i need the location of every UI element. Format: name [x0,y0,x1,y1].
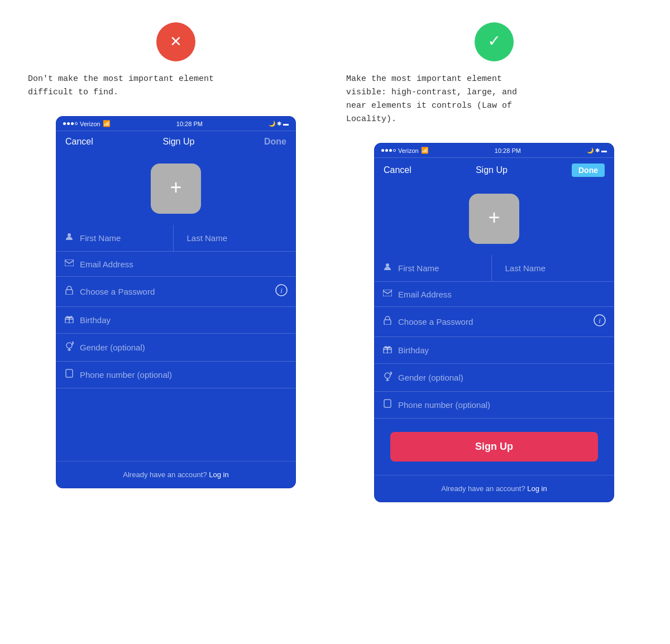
bad-already-text: Already have an account? [123,470,209,479]
good-wifi-icon: 📶 [421,147,429,154]
bad-envelope-icon [64,259,74,269]
good-description: Make the most important elementvisible: … [346,73,517,126]
good-lastname-field[interactable]: Last Name [497,256,614,280]
svg-rect-2 [66,290,73,295]
bad-cancel-button[interactable]: Cancel [65,137,93,147]
bad-photo-placeholder[interactable]: + [151,164,201,214]
good-email-placeholder: Email Address [398,290,452,299]
good-firstname-placeholder: First Name [398,263,439,273]
bad-form: First Name Last Name Email Address [56,225,295,388]
bad-lock-icon [64,286,74,297]
good-password-row[interactable]: Choose a Password i [375,307,614,337]
bad-empty-body [56,388,295,461]
bad-password-placeholder: Choose a Password [80,287,155,296]
good-done-button[interactable]: Done [572,164,605,177]
good-gift-icon [382,344,393,356]
good-login-link[interactable]: Log in [527,484,547,493]
bad-bluetooth-icon: ✱ [277,121,281,127]
good-plus-icon: + [488,208,500,230]
bad-gender-row[interactable]: Gender (optional) [56,334,295,362]
good-photo-placeholder[interactable]: + [469,194,519,244]
dot2 [67,122,70,125]
svg-point-0 [68,233,71,237]
good-signal-dots [381,149,396,152]
good-cancel-button[interactable]: Cancel [384,165,411,175]
bad-phone-row[interactable]: Phone number (optional) [56,362,295,388]
bad-plus-icon: + [170,177,182,200]
good-birthday-row[interactable]: Birthday [375,337,614,364]
bad-lastname-placeholder: Last Name [187,233,228,243]
bad-lastname-field[interactable]: Last Name [179,226,296,250]
good-phone-placeholder: Phone number (optional) [398,400,490,410]
svg-point-6 [66,343,72,348]
bad-done-button[interactable]: Done [264,137,286,147]
svg-text:i: i [280,286,283,295]
bad-battery-icon: ▬ [283,121,289,127]
bad-birthday-row[interactable]: Birthday [56,307,295,334]
good-gender-placeholder: Gender (optional) [398,373,463,382]
good-bluetooth-icon: ✱ [595,147,600,153]
good-photo-area: + [375,182,614,255]
bad-phone-mockup: Verizon 📶 10:28 PM 🌙 ✱ ▬ Cancel Sign Up … [56,116,296,488]
bad-photo-area: + [56,152,295,225]
good-status-bar: Verizon 📶 10:28 PM 🌙 ✱ ▬ [375,143,614,157]
gdot1 [381,149,384,152]
good-person-icon [382,262,393,274]
good-birthday-placeholder: Birthday [398,345,429,355]
bad-firstname-field[interactable]: First Name [56,225,174,251]
bad-moon-icon: 🌙 [269,121,275,127]
bad-signal-dots [63,122,78,125]
dot4 [75,122,78,125]
bad-phone-icon [64,369,74,381]
bad-info-icon[interactable]: i [275,284,288,299]
good-already-text: Already have an account? [441,484,527,493]
bad-status-right: 🌙 ✱ ▬ [269,121,289,127]
good-carrier: Verizon [398,147,419,154]
good-icon-circle: ✓ [475,22,514,61]
good-firstname-field[interactable]: First Name [375,255,492,281]
bad-gift-icon [64,314,74,326]
svg-rect-1 [65,259,74,266]
good-name-row: First Name Last Name [375,255,614,282]
good-signup-button[interactable]: Sign Up [390,432,598,462]
good-signup-btn-wrapper: Sign Up [375,419,614,475]
good-gender-row[interactable]: Gender (optional) [375,364,614,392]
bad-gender-placeholder: Gender (optional) [80,343,145,352]
bad-login-link[interactable]: Log in [209,470,228,479]
good-footer: Already have an account? Log in [375,475,614,502]
good-nav-bar: Cancel Sign Up Done [375,157,614,182]
good-time: 10:28 PM [495,147,521,154]
bad-phone-placeholder: Phone number (optional) [80,370,172,379]
bad-carrier: Verizon [80,121,100,127]
bad-email-row[interactable]: Email Address [56,252,295,277]
bad-icon-circle: ✕ [156,22,195,61]
good-panel: ✓ Make the most important elementvisible… [346,22,642,502]
bad-password-row[interactable]: Choose a Password i [56,277,295,307]
svg-point-7 [386,263,389,267]
good-lastname-placeholder: Last Name [505,263,546,273]
x-icon: ✕ [170,33,181,51]
good-info-icon[interactable]: i [594,314,606,329]
bad-time: 10:28 PM [176,121,203,127]
bad-footer: Already have an account? Log in [56,461,295,488]
good-email-row[interactable]: Email Address [375,282,614,307]
bad-status-bar: Verizon 📶 10:28 PM 🌙 ✱ ▬ [56,117,295,131]
bad-birthday-placeholder: Birthday [80,315,111,325]
bad-name-row: First Name Last Name [56,225,295,252]
good-status-left: Verizon 📶 [381,147,429,154]
gdot2 [385,149,388,152]
bad-wifi-icon: 📶 [103,120,111,127]
bad-nav-bar: Cancel Sign Up Done [56,131,295,152]
good-battery-icon: ▬ [601,147,607,153]
good-moon-icon: 🌙 [587,147,594,153]
svg-point-13 [385,373,390,378]
bad-gender-icon [64,341,74,354]
check-icon: ✓ [489,33,499,51]
bad-person-icon [64,232,74,244]
svg-rect-8 [383,290,392,296]
gdot4 [393,149,396,152]
good-phone-row[interactable]: Phone number (optional) [375,392,614,419]
comparison-container: ✕ Don't make the most important elementd… [28,22,642,502]
good-status-right: 🌙 ✱ ▬ [587,147,607,153]
dot3 [71,122,74,125]
